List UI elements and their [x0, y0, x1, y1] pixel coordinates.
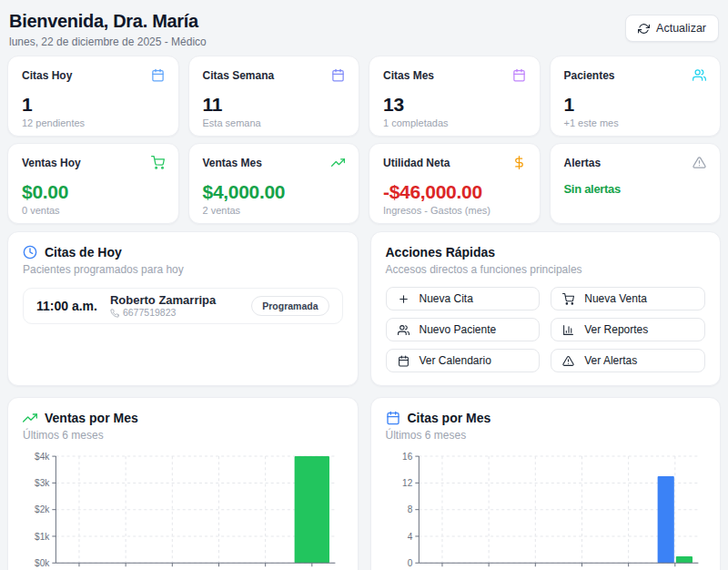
stat-sub: 12 pendientes	[22, 117, 165, 128]
svg-text:$1k: $1k	[35, 532, 50, 542]
trending-up-icon	[331, 156, 345, 169]
phone-icon	[110, 309, 119, 318]
stat-label: Citas Semana	[203, 69, 275, 82]
quick-action-label: Nueva Venta	[584, 292, 647, 305]
quick-action-nueva-cita[interactable]: Nueva Cita	[386, 287, 541, 310]
stat-card-citas-hoy: Citas Hoy 1 12 pendientes	[7, 56, 179, 137]
stats-grid: Citas Hoy 1 12 pendientes Citas Semana 1…	[7, 56, 721, 224]
stat-card-ventas-mes: Ventas Mes $4,000.00 2 ventas	[188, 143, 360, 224]
svg-text:$3k: $3k	[35, 478, 50, 488]
refresh-icon	[638, 23, 650, 35]
cart-icon	[151, 156, 165, 169]
svg-text:4: 4	[407, 532, 412, 542]
stat-label: Ventas Hoy	[22, 157, 81, 169]
stat-sub: Ingresos - Gastos (mes)	[383, 205, 526, 216]
stat-card-pacientes: Pacientes 1 +1 este mes	[550, 56, 722, 137]
svg-text:8: 8	[407, 504, 412, 514]
refresh-button[interactable]: Actualizar	[625, 15, 719, 42]
stat-sub: 2 ventas	[203, 205, 346, 216]
svg-text:16: 16	[402, 452, 413, 462]
svg-text:12: 12	[402, 478, 413, 488]
svg-text:$4k: $4k	[35, 452, 50, 462]
bar-chart-icon	[562, 324, 574, 336]
appointments-chart-subtitle: Últimos 6 meses	[386, 429, 706, 442]
stat-card-alertas: Alertas Sin alertas	[550, 143, 722, 224]
stat-card-citas-mes: Citas Mes 13 1 completadas	[369, 56, 541, 137]
quick-action-label: Ver Reportes	[584, 323, 648, 336]
appointments-bar-chart: 0481216JulAgoSepOctNovDicCompletadasTota…	[386, 447, 706, 570]
cart-icon	[562, 293, 574, 305]
trending-up-icon	[23, 411, 37, 425]
stat-label: Alertas	[564, 157, 602, 169]
quick-actions-grid: Nueva Cita Nueva Venta Nuevo Paciente Ve…	[386, 287, 706, 372]
svg-text:0: 0	[407, 558, 412, 568]
stat-sub: 0 ventas	[22, 205, 165, 216]
stat-value: $0.00	[22, 181, 165, 202]
quick-action-ver-alertas[interactable]: Ver Alertas	[551, 349, 705, 372]
dashboard-header: Bienvenida, Dra. María lunes, 22 de dici…	[7, 7, 721, 48]
stat-value: 13	[383, 94, 526, 115]
stat-card-utilidad-neta: Utilidad Neta -$46,000.00 Ingresos - Gas…	[369, 143, 541, 224]
appointment-time: 11:00 a.m.	[36, 299, 97, 313]
stat-sub: +1 este mes	[564, 117, 707, 128]
quick-actions-subtitle: Accesos directos a funciones principales	[386, 263, 706, 276]
clock-icon	[23, 245, 37, 260]
stat-label: Citas Hoy	[22, 69, 72, 82]
stat-sub: 1 completadas	[383, 117, 526, 128]
stat-label: Pacientes	[564, 69, 615, 82]
appointment-info: Roberto Zamarripa 6677519823	[110, 293, 216, 319]
appointments-by-month-chart-card: Citas por Mes Últimos 6 meses 0481216Jul…	[370, 397, 722, 570]
sales-by-month-chart-card: Ventas por Mes Últimos 6 meses $0k$1k$2k…	[7, 397, 359, 570]
quick-action-label: Ver Alertas	[584, 354, 637, 367]
charts-section: Ventas por Mes Últimos 6 meses $0k$1k$2k…	[7, 397, 721, 570]
page-subtitle: lunes, 22 de diciembre de 2025 - Médico	[9, 36, 207, 48]
calendar-icon	[398, 355, 410, 367]
sales-chart-title: Ventas por Mes	[45, 411, 138, 425]
appointment-row[interactable]: 11:00 a.m. Roberto Zamarripa 6677519823 …	[23, 288, 343, 324]
calendar-icon	[331, 68, 345, 82]
stat-value: Sin alertas	[564, 183, 707, 196]
quick-actions-card: Acciones Rápidas Accesos directos a func…	[370, 231, 722, 386]
appointments-title: Citas de Hoy	[45, 245, 122, 260]
appointment-phone: 6677519823	[123, 307, 176, 319]
appointment-status-badge: Programada	[251, 296, 329, 316]
stat-label: Ventas Mes	[203, 157, 262, 169]
stat-card-citas-semana: Citas Semana 11 Esta semana	[188, 56, 360, 137]
sales-chart-subtitle: Últimos 6 meses	[23, 429, 343, 442]
quick-action-label: Ver Calendario	[420, 354, 491, 367]
stat-card-ventas-hoy: Ventas Hoy $0.00 0 ventas	[7, 143, 179, 224]
stat-label: Utilidad Neta	[383, 157, 450, 169]
appointment-patient-name: Roberto Zamarripa	[110, 293, 216, 307]
quick-action-ver-calendario[interactable]: Ver Calendario	[386, 349, 541, 372]
calendar-icon	[512, 68, 526, 82]
stat-value: 1	[564, 94, 707, 115]
quick-action-nuevo-paciente[interactable]: Nuevo Paciente	[386, 318, 541, 341]
stat-sub: Esta semana	[203, 117, 346, 128]
svg-text:$0k: $0k	[35, 558, 50, 568]
quick-action-ver-reportes[interactable]: Ver Reportes	[551, 318, 705, 341]
calendar-icon	[386, 411, 400, 425]
stat-value: $4,000.00	[203, 181, 346, 202]
appointments-chart-title: Citas por Mes	[408, 411, 491, 425]
calendar-icon	[151, 68, 165, 82]
quick-action-label: Nueva Cita	[420, 292, 473, 305]
sales-bar-chart: $0k$1k$2k$3k$4kJulAgoSepOctNovDic	[23, 447, 343, 570]
users-icon	[398, 324, 410, 336]
appointments-subtitle: Pacientes programados para hoy	[23, 263, 343, 276]
quick-actions-title: Acciones Rápidas	[386, 245, 496, 260]
dollar-icon	[512, 156, 526, 169]
plus-icon	[398, 293, 410, 305]
alert-triangle-icon	[693, 156, 706, 169]
users-icon	[693, 68, 706, 82]
stat-label: Citas Mes	[383, 69, 434, 82]
middle-section: Citas de Hoy Pacientes programados para …	[7, 231, 721, 386]
refresh-button-label: Actualizar	[656, 22, 706, 35]
svg-text:$2k: $2k	[35, 504, 50, 514]
stat-value: 11	[203, 94, 346, 115]
todays-appointments-card: Citas de Hoy Pacientes programados para …	[7, 231, 359, 386]
page-title: Bienvenida, Dra. María	[9, 11, 207, 32]
stat-value: -$46,000.00	[383, 181, 526, 202]
quick-action-nueva-venta[interactable]: Nueva Venta	[551, 287, 705, 310]
alert-triangle-icon	[562, 355, 574, 367]
stat-value: 1	[22, 94, 165, 115]
